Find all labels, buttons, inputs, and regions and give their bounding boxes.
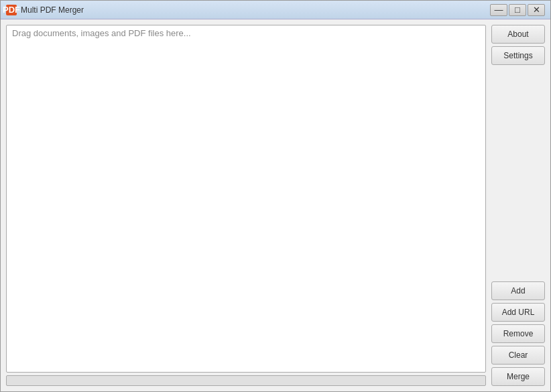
progress-bar-container [6, 375, 486, 386]
sidebar-top: About Settings [491, 25, 545, 65]
app-icon: PDF [6, 5, 17, 15]
window-controls: — □ ✕ [490, 4, 545, 16]
maximize-button[interactable]: □ [509, 4, 526, 16]
close-button[interactable]: ✕ [528, 4, 545, 16]
sidebar: About Settings Add Add URL Remove Clear … [491, 25, 545, 386]
about-button[interactable]: About [491, 25, 545, 44]
main-window: PDF Multi PDF Merger — □ ✕ Drag document… [0, 0, 551, 392]
clear-button[interactable]: Clear [491, 346, 545, 365]
add-button[interactable]: Add [491, 281, 545, 300]
remove-button[interactable]: Remove [491, 324, 545, 343]
title-bar: PDF Multi PDF Merger — □ ✕ [1, 1, 550, 19]
sidebar-spacer [491, 68, 545, 279]
file-list[interactable]: Drag documents, images and PDF files her… [6, 25, 486, 373]
window-title: Multi PDF Merger [21, 5, 490, 15]
add-url-button[interactable]: Add URL [491, 303, 545, 322]
main-content: Drag documents, images and PDF files her… [1, 19, 550, 391]
file-list-placeholder: Drag documents, images and PDF files her… [9, 27, 194, 40]
merge-button[interactable]: Merge [491, 367, 545, 386]
file-list-area: Drag documents, images and PDF files her… [6, 25, 486, 386]
sidebar-bottom: Add Add URL Remove Clear Merge [491, 281, 545, 386]
minimize-button[interactable]: — [490, 4, 507, 16]
settings-button[interactable]: Settings [491, 46, 545, 65]
